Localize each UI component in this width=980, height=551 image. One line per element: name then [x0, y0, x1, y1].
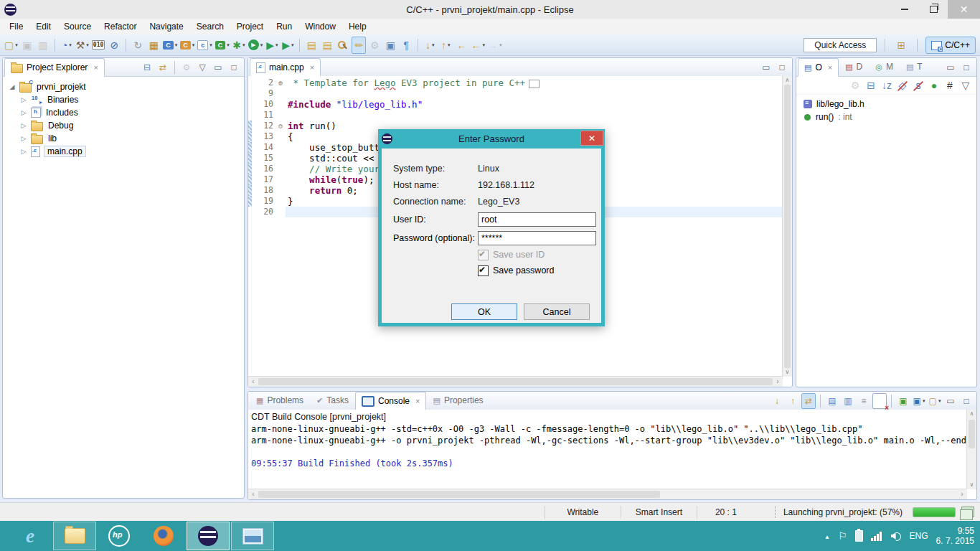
tree-item-main-cpp[interactable]: ▷main.cpp [4, 145, 242, 158]
network-signal-icon[interactable] [871, 532, 883, 541]
tab-console[interactable]: Console× [355, 392, 426, 410]
outline-item-include[interactable]: lib/lego_lib.h [796, 98, 976, 110]
sort-alphabetically-icon[interactable]: ↓z [880, 77, 894, 94]
tree-item-lib[interactable]: ▷lib [4, 132, 242, 145]
display-selected-console-icon[interactable]: ▣▾ [912, 393, 926, 409]
collapse-all-icon[interactable]: ⊟ [864, 77, 878, 94]
expand-arrow-icon[interactable]: ▷ [20, 122, 27, 129]
previous-annotation-icon[interactable]: ↑▾ [438, 37, 453, 54]
taskbar-file-explorer-button[interactable] [53, 522, 96, 550]
tab-problems[interactable]: ▦Problems [250, 391, 310, 410]
menu-window[interactable]: Window [298, 19, 342, 34]
new-class-icon[interactable]: C▾ [215, 37, 230, 54]
ok-button[interactable]: OK [451, 303, 517, 320]
expand-arrow-icon[interactable]: ▷ [20, 96, 27, 103]
toggle-mark-occurrences-icon[interactable]: ✏ [352, 37, 366, 54]
word-wrap-icon[interactable]: ≡ [857, 393, 871, 409]
back-icon[interactable]: ←▾ [470, 37, 486, 54]
taskbar-photo-viewer-button[interactable] [231, 522, 274, 550]
skip-all-breakpoints-icon[interactable]: ⊘ [107, 37, 121, 54]
close-tab-icon[interactable]: × [415, 397, 420, 405]
menu-source[interactable]: Source [57, 19, 98, 34]
close-dialog-button[interactable]: ✕ [580, 131, 603, 146]
cpp-perspective-button[interactable]: C/C++ [925, 37, 976, 54]
show-selected-element-icon[interactable]: ▣ [383, 37, 397, 54]
restore-window-button[interactable] [919, 0, 948, 19]
language-indicator[interactable]: ENG [910, 531, 928, 541]
fold-toggle-icon[interactable]: ⊖ [275, 121, 286, 131]
profile-icon[interactable]: ◔▾ [60, 37, 74, 54]
minimize-view-icon[interactable]: ▭ [211, 60, 225, 75]
close-tab-icon[interactable]: × [93, 63, 98, 72]
new-icon[interactable]: ▢▾ [4, 37, 19, 54]
minimize-view-icon[interactable]: ▭ [943, 393, 958, 409]
menu-file[interactable]: File [3, 19, 29, 34]
tree-item-binaries[interactable]: ▷Binaries [4, 93, 242, 106]
external-tools-icon[interactable]: ▶▾ [281, 37, 295, 54]
tree-item-debug[interactable]: ▷Debug [4, 119, 242, 132]
expand-arrow-icon[interactable]: ▷ [20, 109, 27, 116]
battery-icon[interactable] [855, 530, 863, 542]
build-icon[interactable]: ⚒▾ [75, 37, 90, 54]
collapse-all-icon[interactable]: ⊟ [140, 60, 154, 75]
restart-icon[interactable]: ↻ [131, 37, 145, 54]
fold-toggle-icon[interactable]: ⊕ [275, 77, 286, 88]
open-project-icon[interactable]: ▤ [304, 37, 319, 54]
pin-console-icon[interactable]: ▣ [896, 393, 910, 409]
background-operations-icon[interactable] [961, 507, 974, 517]
binary-tool-icon[interactable]: 010 [91, 37, 105, 54]
new-c-source-file-icon[interactable]: C▾ [162, 37, 178, 54]
menu-refactor[interactable]: Refactor [98, 19, 143, 34]
last-edit-location-icon[interactable]: ← [454, 37, 468, 54]
editor-vertical-scrollbar[interactable]: ∧∨ [782, 76, 792, 377]
hide-non-public-members-icon[interactable]: ● [927, 77, 941, 94]
volume-icon[interactable] [891, 532, 902, 540]
cancel-button[interactable]: Cancel [524, 303, 590, 320]
menu-help[interactable]: Help [342, 19, 373, 34]
minimize-view-icon[interactable]: ▭ [759, 60, 773, 75]
console-vertical-scrollbar[interactable]: ∧∨ [966, 410, 976, 489]
tree-item-includes[interactable]: ▷Includes [4, 106, 242, 119]
debug-icon[interactable]: ✱▾ [232, 37, 246, 54]
next-annotation-icon[interactable]: ↓▾ [423, 37, 437, 54]
expand-arrow-icon[interactable]: ▷ [20, 148, 27, 155]
tree-item-prvni-projekt[interactable]: ◢prvni_projekt [4, 80, 242, 93]
editor-horizontal-scrollbar[interactable]: ‹› [248, 376, 783, 387]
hide-inactive-code-icon[interactable]: # [943, 77, 957, 94]
view-menu-icon[interactable]: ▽ [958, 77, 973, 94]
menu-navigate[interactable]: Navigate [143, 19, 189, 34]
tab-o[interactable]: ▤O× [798, 58, 839, 77]
console-horizontal-scrollbar[interactable]: ‹› [248, 489, 967, 499]
close-window-button[interactable]: ✕ [948, 0, 980, 19]
taskbar-eclipse-button[interactable] [187, 522, 230, 550]
password-input[interactable] [478, 231, 596, 245]
tab-m[interactable]: ◎M [869, 57, 900, 76]
tab-d[interactable]: ▤D [839, 57, 869, 76]
previous-error-icon[interactable]: ↑ [786, 393, 800, 409]
ev3-control-icon[interactable]: ▦ [146, 37, 161, 54]
hide-fields-icon[interactable]: ◇ [895, 77, 910, 94]
menu-run[interactable]: Run [270, 19, 298, 34]
taskbar-hp-button[interactable] [98, 522, 141, 550]
menu-edit[interactable]: Edit [29, 19, 57, 34]
action-center-icon[interactable] [838, 530, 847, 542]
tab-properties[interactable]: ▤Properties [426, 391, 489, 410]
new-c-project-icon[interactable]: C▾ [179, 37, 195, 54]
maximize-view-icon[interactable]: □ [959, 393, 974, 409]
maximize-view-icon[interactable]: □ [227, 60, 241, 75]
show-error-in-editor-icon[interactable]: ⇄ [801, 393, 816, 409]
user-id-input[interactable] [478, 212, 596, 227]
lock-console-icon[interactable]: ▥ [841, 393, 855, 409]
minimize-view-icon[interactable]: ▭ [943, 60, 958, 75]
clock[interactable]: 9:55 6. 7. 2015 [936, 526, 974, 546]
maximize-view-icon[interactable]: □ [959, 60, 974, 75]
collapse-arrow-icon[interactable]: ◢ [9, 83, 16, 90]
quick-access-button[interactable]: Quick Access [804, 38, 877, 52]
clear-console-icon[interactable] [872, 393, 887, 409]
next-error-icon[interactable]: ↓ [770, 393, 784, 409]
run-icon[interactable]: ▶▾ [248, 37, 264, 54]
link-with-editor-icon[interactable]: ⇄ [156, 60, 170, 75]
expand-arrow-icon[interactable]: ▷ [20, 135, 27, 142]
open-console-icon[interactable]: ▢▾ [928, 393, 942, 409]
tab-t[interactable]: ▤T [900, 57, 929, 76]
